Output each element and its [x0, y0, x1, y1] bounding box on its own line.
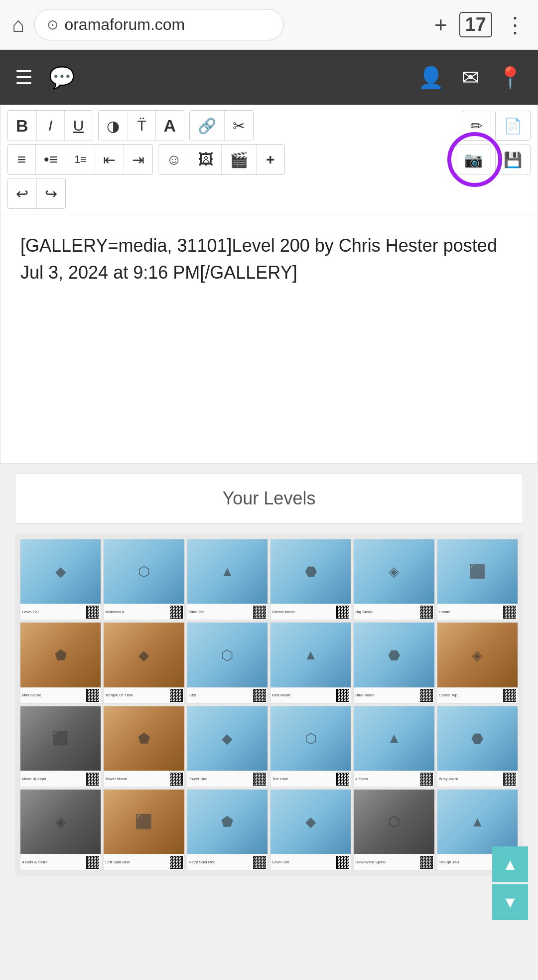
insert-group: ☺ 🖼 🎬 + [158, 144, 285, 175]
your-levels-container: Your Levels [15, 474, 523, 524]
qr-code [86, 606, 99, 619]
gallery-item-title: Castle Top [439, 693, 458, 698]
qr-code [253, 606, 266, 619]
url-icon: ⊙ [47, 16, 58, 33]
gallery-item[interactable]: ⬛ Hamm [437, 539, 518, 620]
more-options-icon[interactable]: ⋮ [504, 12, 526, 37]
gallery-item-title: Red Moon [272, 693, 290, 698]
qr-code [86, 856, 99, 869]
gallery-item[interactable]: ◆ Temple Of Time [103, 622, 184, 703]
new-tab-icon[interactable]: + [434, 12, 447, 37]
image-button[interactable]: 🖼 [190, 145, 222, 174]
qr-code [253, 773, 266, 786]
gallery-item-title: Busy Work [439, 777, 458, 782]
qr-code [86, 689, 99, 702]
editor-content-area[interactable]: [GALLERY=media, 31101]Level 200 by Chris… [0, 214, 538, 464]
snippet-button[interactable]: ✂ [225, 111, 253, 141]
save-button[interactable]: 💾 [495, 145, 531, 174]
gallery-item-title: Downward Spiral [355, 860, 385, 865]
your-levels-header: Your Levels [15, 474, 523, 523]
qr-code [420, 856, 433, 869]
gallery-item[interactable]: ◆ Level 221 [20, 539, 101, 620]
qr-code [336, 773, 349, 786]
link-group: 🔗 ✂ [189, 110, 254, 141]
document-button[interactable]: 📄 [495, 111, 531, 141]
video-button[interactable]: 🎬 [222, 145, 257, 174]
gallery-item-title: Hamm [439, 610, 451, 615]
undo-redo-group: ↩ ↪ [7, 178, 66, 209]
align-left-button[interactable]: ≡ [8, 145, 36, 174]
gallery-item-title: Blue Moon [355, 693, 374, 698]
gallery-item[interactable]: ◆ Tower Sun [187, 706, 268, 787]
ordered-list-button[interactable]: 1≡ [66, 145, 95, 174]
gallery-item-title: Maze of Zaps [22, 777, 46, 782]
indent-left-button[interactable]: ⇤ [95, 145, 124, 174]
gallery-item[interactable]: ▲ 4 Stars [353, 706, 434, 787]
gallery-item[interactable]: ⬡ Downward Spiral [353, 789, 434, 870]
site-nav-right: 👤 ✉ 📍 [418, 65, 523, 90]
browser-chrome: ⌂ ⊙ oramaforum.com + 17 ⋮ [0, 0, 538, 50]
gallery-item-title: Dream Ideas [272, 610, 295, 615]
gallery-item[interactable]: ⬣ Busy Work [437, 706, 518, 787]
url-text: oramaforum.com [64, 15, 185, 34]
qr-code [503, 606, 516, 619]
user-icon[interactable]: 👤 [418, 65, 444, 90]
undo-button[interactable]: ↩ [8, 178, 37, 208]
gallery-item[interactable]: ⬛ Left Said Blue [103, 789, 184, 870]
style-group: ◑ T̈ A [98, 110, 185, 141]
bold-button[interactable]: B [8, 111, 37, 141]
font-color-button[interactable]: A [156, 111, 184, 141]
gallery-item[interactable]: ⬟ Tower Moon [103, 706, 184, 787]
gallery-item[interactable]: ⬡ The Hole [270, 706, 351, 787]
site-nav-bar: ☰ 💬 👤 ✉ 📍 [0, 50, 538, 105]
qr-code [170, 606, 183, 619]
url-bar[interactable]: ⊙ oramaforum.com [34, 9, 283, 40]
redo-button[interactable]: ↪ [37, 178, 65, 208]
gallery-item[interactable]: ⬡ Lifts [187, 622, 268, 703]
gallery-item[interactable]: ⬣ Blue Moon [353, 622, 434, 703]
menu-icon[interactable]: ☰ [15, 66, 33, 89]
gallery-item[interactable]: ◈ Castle Top [437, 622, 518, 703]
link-button[interactable]: 🔗 [190, 111, 225, 141]
qr-code [420, 689, 433, 702]
tab-count[interactable]: 17 [459, 12, 492, 37]
gallery-item-title: 4 Stars [355, 777, 368, 782]
align-group: ≡ •≡ 1≡ ⇤ ⇥ [7, 144, 153, 175]
home-icon[interactable]: ⌂ [12, 13, 24, 37]
gallery-item-title: Mini Game [22, 693, 41, 698]
camera-button[interactable]: 📷 [456, 145, 491, 174]
gallery-item-title: Slide Em [189, 610, 205, 615]
gallery-item[interactable]: ◆ Level 200 [270, 789, 351, 870]
gallery-item-title: Makeroo a [105, 610, 124, 615]
gallery-item[interactable]: ◈ 4 Bots & Stars [20, 789, 101, 870]
gallery-item[interactable]: ⬛ Maze of Zaps [20, 706, 101, 787]
gallery-item[interactable]: ▲ Red Moon [270, 622, 351, 703]
contrast-button[interactable]: ◑ [99, 111, 128, 141]
gallery-item[interactable]: ⬟ Right Said Red [187, 789, 268, 870]
underline-button[interactable]: U [65, 111, 93, 141]
chat-icon[interactable]: 💬 [49, 65, 75, 90]
gallery-item[interactable]: ⬟ Mini Game [20, 622, 101, 703]
scroll-up-button[interactable]: ▲ [492, 846, 528, 875]
gallery-item[interactable]: ⬡ Makeroo a [103, 539, 184, 620]
bullet-list-button[interactable]: •≡ [36, 145, 66, 174]
mail-icon[interactable]: ✉ [462, 65, 479, 90]
indent-right-button[interactable]: ⇥ [124, 145, 152, 174]
qr-code [336, 689, 349, 702]
gallery-item[interactable]: ▲ Slide Em [187, 539, 268, 620]
pen-button[interactable]: ✏ [462, 111, 491, 141]
qr-code [170, 856, 183, 869]
emoji-button[interactable]: ☺ [158, 145, 190, 174]
italic-button[interactable]: I [37, 111, 65, 141]
gallery-item[interactable]: ⬣ Dream Ideas [270, 539, 351, 620]
qr-code [420, 773, 433, 786]
gallery-item-title: 4 Bots & Stars [22, 860, 47, 865]
gallery-item-title: Tower Sun [189, 777, 208, 782]
camera-highlight-wrapper: 📷 [456, 145, 493, 174]
font-size-button[interactable]: T̈ [128, 111, 156, 141]
location-icon[interactable]: 📍 [497, 65, 523, 90]
more-insert-button[interactable]: + [257, 145, 284, 174]
gallery-item[interactable]: ◈ Big Sleep [353, 539, 434, 620]
gallery-item-title: Big Sleep [355, 610, 372, 615]
qr-code [86, 773, 99, 786]
